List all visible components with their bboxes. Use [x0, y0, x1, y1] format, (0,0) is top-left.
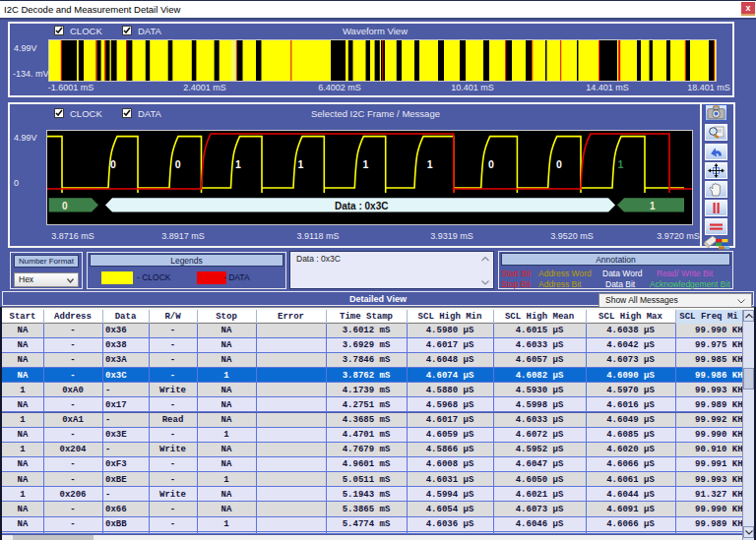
svg-text:1: 1 [650, 201, 656, 211]
svg-text:0: 0 [175, 158, 181, 170]
svg-text:0: 0 [62, 201, 68, 211]
svg-text:Data : 0x3C: Data : 0x3C [335, 201, 388, 211]
svg-text:1: 1 [298, 158, 304, 170]
svg-text:1: 1 [618, 158, 624, 170]
svg-text:1: 1 [235, 158, 241, 170]
svg-text:0: 0 [110, 158, 116, 170]
svg-text:0: 0 [488, 158, 494, 170]
svg-text:1: 1 [363, 158, 369, 170]
svg-text:0: 0 [556, 158, 562, 170]
svg-text:1: 1 [427, 158, 433, 170]
